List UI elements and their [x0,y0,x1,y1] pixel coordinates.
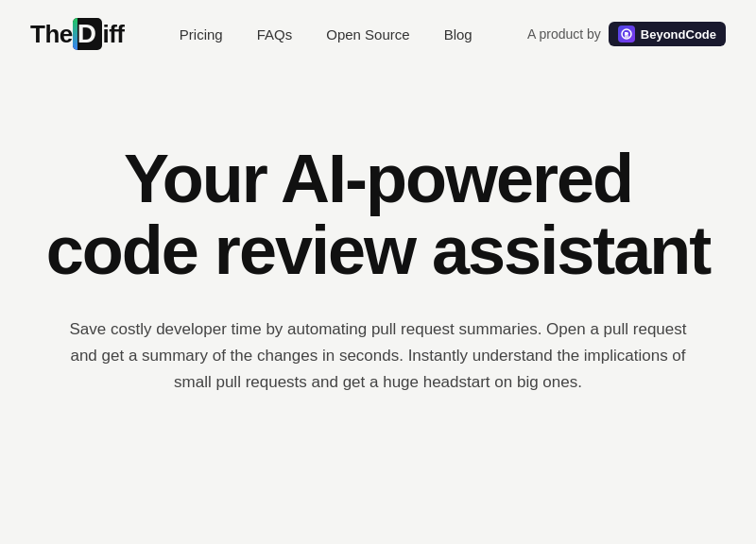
logo-d-box: D [73,18,103,50]
logo-d-wrapper: D [73,18,103,50]
beyondcode-icon [618,26,635,42]
main-nav: Pricing FAQs Open Source Blog [180,26,472,42]
nav-blog[interactable]: Blog [444,26,472,42]
logo: The D iff [30,18,125,50]
nav-faqs[interactable]: FAQs [257,26,293,42]
nav-pricing[interactable]: Pricing [180,26,223,42]
logo-iff: iff [102,20,124,49]
beyondcode-brand: BeyondCode [609,22,726,46]
logo-link[interactable]: The D iff [30,18,125,50]
logo-the: The [30,20,73,49]
hero-title-line1: Your AI-powered [124,141,632,216]
site-header: The D iff Pricing FAQs Open Source Blog … [0,0,756,68]
product-by-section: A product by BeyondCode [527,22,726,46]
product-by-label: A product by [527,26,601,42]
hero-title: Your AI-powered code review assistant [46,144,710,286]
hero-title-line2: code review assistant [46,212,710,288]
beyondcode-label: BeyondCode [641,27,716,42]
nav-open-source[interactable]: Open Source [326,26,409,42]
hero-section: Your AI-powered code review assistant Sa… [0,68,756,452]
hero-description: Save costly developer time by automating… [57,316,699,396]
logo-accent-bar [73,18,77,50]
logo-d-letter: D [77,19,96,48]
